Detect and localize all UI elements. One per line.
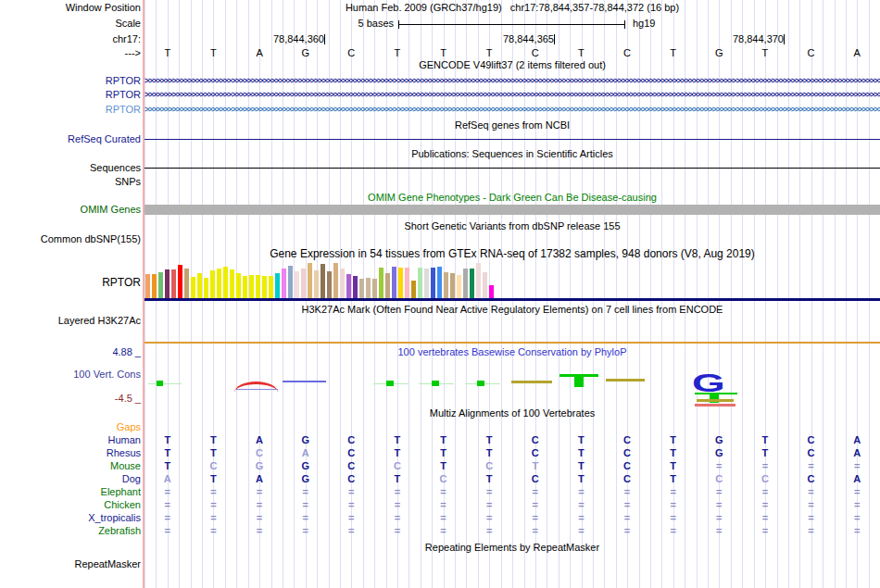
omim-gene-bar[interactable] xyxy=(145,205,880,215)
multiz-base: T xyxy=(191,434,237,445)
gene-label-rptor-1[interactable]: RPTOR xyxy=(0,75,141,87)
gtex-tissue-bar[interactable] xyxy=(437,267,442,298)
gtex-tissue-bar[interactable] xyxy=(243,276,247,298)
gtex-tissue-bar[interactable] xyxy=(392,267,396,298)
gtex-tissue-bar[interactable] xyxy=(165,269,170,298)
gtex-tissue-bar[interactable] xyxy=(340,269,345,298)
gtex-tissue-bar[interactable] xyxy=(444,272,448,298)
gtex-tissue-bar[interactable] xyxy=(256,275,260,298)
gtex-tissue-bar[interactable] xyxy=(145,274,150,298)
gtex-tissue-bar[interactable] xyxy=(262,276,267,298)
gtex-tissue-bar[interactable] xyxy=(385,273,390,298)
gene-model-rptor-2[interactable]: >>>>>>>>>>>>>>>>>>>>>>>>>>>>>>>>>>>>>>>>… xyxy=(145,90,880,102)
multiz-label-zebrafish[interactable]: Zebrafish xyxy=(0,525,141,537)
gtex-tissue-bar[interactable] xyxy=(333,263,338,298)
multiz-base: = xyxy=(421,525,467,536)
multiz-label-chicken[interactable]: Chicken xyxy=(0,499,141,511)
multiz-base: A xyxy=(236,473,283,484)
gtex-tissue-bar[interactable] xyxy=(398,268,403,298)
common-dbsnp-label[interactable]: Common dbSNP(155) xyxy=(0,233,141,245)
multiz-cells-gaps[interactable] xyxy=(145,421,880,434)
multiz-label-x_tropicalis[interactable]: X_tropicalis xyxy=(0,512,141,524)
multiz-cells-mouse[interactable]: TCGGCCTCTTCT==== xyxy=(145,460,880,473)
multiz-base: T xyxy=(559,434,605,445)
gtex-tissue-bar[interactable] xyxy=(457,275,461,298)
gtex-tissue-bar[interactable] xyxy=(359,279,364,298)
gtex-tissue-bar[interactable] xyxy=(269,276,273,298)
sequences-label[interactable]: Sequences xyxy=(0,162,141,174)
gene-label-rptor-3[interactable]: RPTOR xyxy=(0,104,141,116)
multiz-cells-zebrafish[interactable]: ================ xyxy=(145,525,880,538)
gtex-tissue-bar[interactable] xyxy=(210,270,215,298)
gtex-gene-label[interactable]: RPTOR xyxy=(0,277,141,289)
gtex-tissue-bar[interactable] xyxy=(463,269,468,298)
multiz-base: T xyxy=(512,460,559,471)
multiz-base: = xyxy=(512,499,559,510)
gtex-tissue-bar[interactable] xyxy=(308,263,312,298)
multiz-label-human[interactable]: Human xyxy=(0,434,141,446)
gtex-tissue-bar[interactable] xyxy=(178,265,182,298)
multiz-cells-human[interactable]: TTAGCTTTCTCTGTCA xyxy=(145,434,880,447)
gtex-tissue-bar[interactable] xyxy=(204,278,208,298)
gtex-tissue-bar[interactable] xyxy=(327,271,332,298)
gtex-tissue-bar[interactable] xyxy=(353,276,358,298)
multiz-cells-dog[interactable]: ATAGCTCTCTCTCCCA xyxy=(145,473,880,486)
gtex-tissue-bar[interactable] xyxy=(223,267,228,298)
gtex-tissue-bar[interactable] xyxy=(184,269,189,298)
gene-label-rptor-2[interactable]: RPTOR xyxy=(0,89,141,101)
multiz-base: = xyxy=(236,486,283,497)
repeatmasker-label[interactable]: RepeatMasker xyxy=(0,558,141,570)
gtex-tissue-bar[interactable] xyxy=(418,268,422,298)
gtex-tissue-bar[interactable] xyxy=(191,277,195,298)
multiz-label-gaps[interactable]: Gaps xyxy=(0,421,141,433)
gtex-tissue-bar[interactable] xyxy=(288,266,293,298)
gtex-tissue-bar[interactable] xyxy=(282,269,286,298)
refseq-curated-label[interactable]: RefSeq Curated xyxy=(0,133,141,145)
gtex-tissue-bar[interactable] xyxy=(470,269,474,298)
gtex-tissue-bar[interactable] xyxy=(171,269,176,298)
gtex-tissue-bar[interactable] xyxy=(152,274,157,298)
gtex-tissue-bar[interactable] xyxy=(158,272,163,298)
gene-model-rptor-1[interactable]: >>>>>>>>>>>>>>>>>>>>>>>>>>>>>>>>>>>>>>>>… xyxy=(145,76,880,88)
multiz-cells-elephant[interactable]: ================ xyxy=(145,486,880,499)
gtex-tissue-bar[interactable] xyxy=(236,273,241,298)
gtex-tissue-bar[interactable] xyxy=(372,279,377,298)
gtex-tissue-bar[interactable] xyxy=(197,273,202,298)
snps-label[interactable]: SNPs xyxy=(0,176,141,188)
multiz-label-rhesus[interactable]: Rhesus xyxy=(0,447,141,459)
gtex-tissue-bar[interactable] xyxy=(301,269,306,298)
multiz-label-mouse[interactable]: Mouse xyxy=(0,460,141,472)
gtex-tissue-bar[interactable] xyxy=(379,268,383,298)
gtex-tissue-bar[interactable] xyxy=(476,263,481,298)
gtex-bar-chart[interactable] xyxy=(145,263,497,298)
multiz-cells-rhesus[interactable]: TTCACTTTCTCTGTCA xyxy=(145,447,880,460)
gtex-tissue-bar[interactable] xyxy=(483,272,487,298)
gtex-tissue-bar[interactable] xyxy=(275,273,280,298)
gtex-tissue-bar[interactable] xyxy=(450,273,455,298)
layered-h3k27ac-label[interactable]: Layered H3K27Ac xyxy=(0,315,141,327)
phylop-track-label[interactable]: 100 Vert. Cons xyxy=(0,369,141,381)
gtex-tissue-bar[interactable] xyxy=(405,268,409,298)
multiz-cells-chicken[interactable]: ================ xyxy=(145,499,880,512)
strand-arrow-label[interactable]: ---> xyxy=(0,47,141,59)
omim-genes-label[interactable]: OMIM Genes xyxy=(0,204,141,216)
gtex-tissue-bar[interactable] xyxy=(314,270,319,298)
genome-browser: Window Position Human Feb. 2009 (GRCh37/… xyxy=(0,0,880,588)
multiz-cells-x_tropicalis[interactable]: ================ xyxy=(145,512,880,525)
gene-model-rptor-3[interactable]: >>>>>>>>>>>>>>>>>>>>>>>>>>>>>>>>>>>>>>>>… xyxy=(145,105,880,117)
gtex-tissue-bar[interactable] xyxy=(230,269,234,298)
multiz-label-dog[interactable]: Dog xyxy=(0,473,141,485)
gtex-tissue-bar[interactable] xyxy=(424,269,429,298)
gtex-tissue-bar[interactable] xyxy=(431,268,435,298)
gtex-tissue-bar[interactable] xyxy=(249,275,254,298)
gtex-tissue-bar[interactable] xyxy=(411,281,416,298)
gtex-tissue-bar[interactable] xyxy=(346,274,351,298)
gtex-tissue-bar[interactable] xyxy=(217,269,221,298)
multiz-base: C xyxy=(236,447,283,458)
gtex-tissue-bar[interactable] xyxy=(295,271,299,298)
gtex-tissue-bar[interactable] xyxy=(321,264,325,298)
gtex-tissue-bar[interactable] xyxy=(489,285,494,298)
multiz-base: T xyxy=(421,460,467,471)
multiz-label-elephant[interactable]: Elephant xyxy=(0,486,141,498)
gtex-tissue-bar[interactable] xyxy=(366,278,371,298)
